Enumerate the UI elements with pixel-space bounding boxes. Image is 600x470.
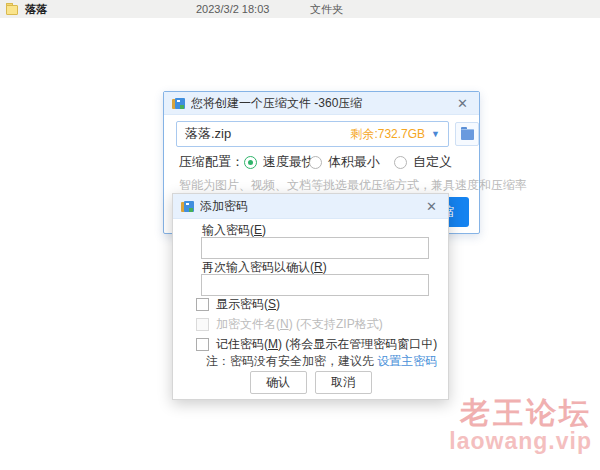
file-list-row[interactable]: 落落 2023/3/2 18:03 文件夹	[0, 0, 600, 18]
browse-folder-button[interactable]	[455, 122, 479, 146]
watermark: 老王论坛 laowang.vip	[449, 396, 592, 454]
radio-option-label: 体积最小	[328, 153, 380, 171]
watermark-line2: laowang.vip	[449, 429, 592, 454]
password-note: 注：密码没有安全加密，建议先 设置主密码	[206, 353, 437, 370]
radio-option-custom[interactable]: 自定义	[394, 153, 452, 171]
radio-unselected-icon[interactable]	[309, 156, 322, 169]
watermark-line1: 老王论坛	[449, 396, 592, 429]
360zip-app-icon	[181, 200, 194, 213]
360zip-app-icon	[172, 97, 185, 110]
chevron-down-icon[interactable]: ▼	[431, 129, 440, 139]
folder-icon	[6, 3, 18, 14]
close-icon[interactable]: ✕	[423, 198, 440, 215]
checkbox-icon-disabled	[196, 318, 209, 331]
close-icon[interactable]: ✕	[454, 95, 471, 112]
confirm-button[interactable]: 确认	[250, 371, 307, 394]
checkbox-icon[interactable]	[196, 338, 209, 351]
checkbox-label: 显示密码(S)	[216, 296, 280, 313]
config-label: 压缩配置：	[179, 153, 244, 171]
disk-remaining-label: 剩余:732.7GB	[350, 126, 425, 143]
encrypt-filename-checkbox-row: 加密文件名(N) (不支持ZIP格式)	[196, 316, 383, 332]
remember-password-checkbox-row[interactable]: 记住密码(M) (将会显示在管理密码窗口中)	[196, 336, 437, 352]
password-input[interactable]	[201, 237, 429, 259]
dialog-title: 您将创建一个压缩文件 -360压缩	[191, 95, 454, 112]
create-archive-titlebar[interactable]: 您将创建一个压缩文件 -360压缩 ✕	[164, 92, 479, 115]
add-password-dialog: 添加密码 ✕ 输入密码(E) 再次输入密码以确认(R) 显示密码(S) 加密文件…	[172, 193, 449, 400]
dialog-title: 添加密码	[200, 198, 423, 215]
filename-value: 落落.zip	[185, 125, 350, 143]
checkbox-label: 加密文件名(N) (不支持ZIP格式)	[216, 316, 383, 333]
config-description: 智能为图片、视频、文档等挑选最优压缩方式，兼具速度和压缩率	[179, 177, 527, 194]
browse-folder-icon	[461, 129, 474, 139]
radio-option-fastest[interactable]: 速度最快	[244, 153, 315, 171]
filename-input[interactable]: 落落.zip 剩余:732.7GB ▼	[176, 121, 449, 147]
show-password-checkbox-row[interactable]: 显示密码(S)	[196, 296, 280, 312]
file-name: 落落	[25, 2, 47, 17]
confirm-password-input[interactable]	[201, 274, 429, 296]
radio-option-smallest[interactable]: 体积最小	[309, 153, 380, 171]
radio-unselected-icon[interactable]	[394, 156, 407, 169]
set-master-password-link[interactable]: 设置主密码	[377, 354, 437, 368]
add-password-titlebar[interactable]: 添加密码 ✕	[173, 194, 448, 219]
file-date: 2023/3/2 18:03	[196, 3, 269, 15]
checkbox-label: 记住密码(M) (将会显示在管理密码窗口中)	[216, 336, 437, 353]
cancel-button[interactable]: 取消	[315, 371, 372, 394]
checkbox-icon[interactable]	[196, 298, 209, 311]
radio-option-label: 自定义	[413, 153, 452, 171]
compression-config-row: 压缩配置： 速度最快 体积最小 自定义	[164, 153, 479, 169]
dialog-button-row: 确认 取消	[173, 371, 448, 394]
radio-selected-icon[interactable]	[244, 156, 257, 169]
radio-option-label: 速度最快	[263, 153, 315, 171]
file-type: 文件夹	[310, 2, 343, 17]
